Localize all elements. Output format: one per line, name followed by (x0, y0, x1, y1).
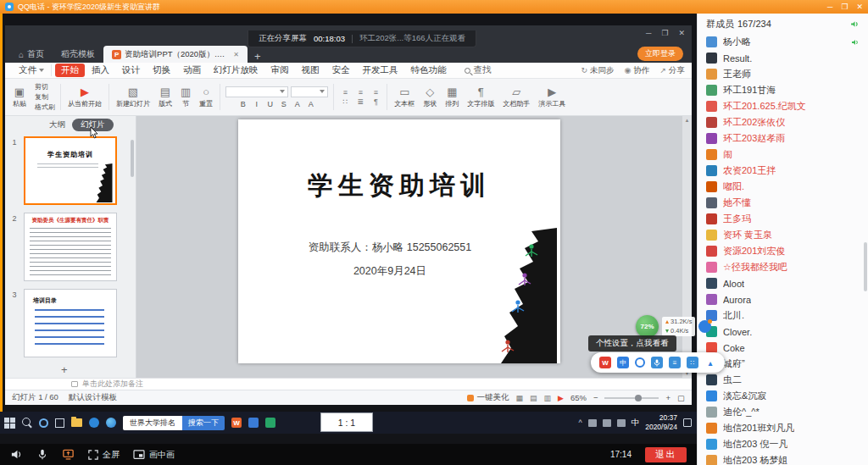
ribbon-button[interactable]: ◇ 形状 (419, 80, 441, 113)
menu-tab[interactable]: 开发工具 (357, 64, 404, 77)
menu-tab[interactable]: 插入 (86, 64, 115, 77)
translate-icon[interactable]: 中 (617, 357, 629, 368)
menu-tab[interactable]: 开始 (55, 64, 85, 77)
format-button[interactable]: A (306, 100, 316, 108)
paragraph-button[interactable]: ≣ (354, 97, 366, 106)
member-row[interactable]: 虫二 (698, 372, 868, 388)
member-row[interactable]: 嘟阳. (698, 179, 868, 195)
sorter-view-icon[interactable]: ▤ (530, 394, 537, 402)
ribbon-button[interactable]: ▶ 演示工具 (534, 80, 570, 113)
member-row[interactable]: Aurora (698, 291, 868, 307)
slide-thumbnail-2[interactable]: 资助委员《生源要有责任》职责 (24, 213, 117, 281)
paste-button[interactable]: ▣ 粘贴 (8, 80, 31, 113)
wps-taskbar-icon[interactable]: W (231, 418, 242, 428)
browser-icon[interactable] (106, 418, 116, 428)
wps-close-icon[interactable]: ✕ (678, 29, 685, 37)
fullscreen-button[interactable]: 全屏 (88, 449, 120, 461)
font-size-select[interactable] (291, 86, 328, 97)
menu-tab[interactable]: 动画 (177, 64, 207, 77)
ime-indicator[interactable]: 中 (632, 418, 640, 429)
notification-center-icon[interactable] (683, 418, 692, 427)
play-from-current-button[interactable]: ▶ 从当前开始 (64, 80, 106, 113)
performance-ball[interactable]: 72% (636, 315, 659, 338)
menu-right-item[interactable]: ↻ 未同步 (581, 65, 615, 76)
canvas-scrollbar[interactable]: ▴ ▾ (682, 116, 692, 378)
menu-right-item[interactable]: ◉ 协作 (625, 65, 650, 76)
slide-thumbnail-1[interactable]: 学生资助培训 (24, 136, 117, 205)
format-button[interactable]: B (238, 100, 248, 108)
new-tab-button[interactable]: + (248, 50, 268, 63)
collapse-icon[interactable]: ▴ (704, 357, 716, 368)
menu-tab[interactable]: 安全 (326, 64, 356, 77)
zoom-in-icon[interactable]: + (665, 393, 670, 402)
clipboard-small-button[interactable]: 格式刷 (32, 102, 58, 112)
clock[interactable]: 20:37 2020/9/24 (645, 413, 677, 431)
tab-document[interactable]: P 资助培训PPT（2020版）.pptx ✕ (103, 46, 248, 63)
taskbar-search-input[interactable]: 世界大学排名 (123, 416, 182, 430)
member-row[interactable]: 王老师 (698, 66, 868, 82)
display-tray-icon[interactable] (588, 419, 597, 427)
assistant-icon[interactable] (698, 320, 711, 333)
taskbar-search-icon[interactable] (22, 418, 32, 428)
slide-thumbnail-3[interactable]: 培训目录 (24, 289, 117, 357)
menu-tab[interactable]: 审阅 (265, 64, 295, 77)
ribbon-button[interactable]: ▦ 排列 (441, 80, 463, 113)
tab-home[interactable]: ⌂ 首页 (10, 46, 53, 63)
wps-logo-icon[interactable]: W (599, 357, 611, 368)
speaker-button[interactable] (10, 448, 23, 461)
clipboard-small-button[interactable]: 剪切 (32, 82, 58, 91)
reading-view-icon[interactable]: ▥ (543, 394, 551, 402)
slideshow-icon[interactable]: ▶ (558, 394, 564, 402)
notes-bar[interactable]: 单击此处添加备注 (5, 378, 692, 390)
wps-restore-icon[interactable]: ❐ (661, 29, 668, 37)
paragraph-button[interactable]: ∷ (339, 97, 351, 106)
font-name-select[interactable] (225, 86, 288, 97)
cortana-icon[interactable] (39, 418, 48, 428)
ribbon-button[interactable]: ¶ 文字排版 (463, 80, 498, 113)
minimize-button[interactable]: ─ (827, 3, 832, 11)
format-button[interactable]: U (265, 100, 275, 108)
tab-outline[interactable]: 大纲 (49, 119, 65, 130)
member-row[interactable]: 地信203 杨梦姐 (698, 452, 868, 465)
member-row[interactable]: Clover. (698, 324, 868, 340)
format-button[interactable]: I (252, 100, 262, 108)
member-row[interactable]: Result. (698, 50, 868, 66)
mic-button[interactable] (36, 448, 48, 461)
menu-tab[interactable]: 设计 (116, 64, 146, 77)
member-row[interactable]: 北川. (698, 307, 868, 324)
member-row[interactable]: 杨小略 (698, 34, 868, 50)
menu-file[interactable]: 文件 (12, 64, 52, 76)
member-row[interactable]: ☆径我都经我吧 (698, 259, 868, 275)
app-icon[interactable] (265, 418, 275, 428)
zoom-slider-knob[interactable] (635, 395, 642, 401)
wps-minimize-icon[interactable]: ─ (646, 29, 651, 37)
file-explorer-icon[interactable] (71, 418, 82, 427)
member-scrollbar[interactable] (864, 242, 867, 291)
member-row[interactable]: Coke (698, 340, 868, 356)
toolbox-icon[interactable]: ∷ (687, 357, 698, 368)
member-row[interactable]: 淡忘&沉寂 (698, 388, 868, 404)
member-row[interactable]: 地信203 倪一凡 (698, 436, 868, 452)
qq-icon[interactable] (89, 418, 99, 428)
member-row[interactable]: 闹 (698, 147, 868, 163)
menu-right-item[interactable]: ↗ 分享 (659, 65, 685, 76)
stop-share-button[interactable] (62, 448, 75, 461)
beautify-button[interactable]: 一键美化 (467, 392, 509, 403)
member-row[interactable]: 地信201班刘凡凡 (698, 420, 868, 436)
member-row[interactable]: 环工202张依仪 (698, 114, 868, 130)
member-row[interactable]: Aloot (698, 275, 868, 291)
mic-tool-icon[interactable] (651, 357, 663, 368)
ribbon-button[interactable]: ▤ 版式 (154, 80, 176, 113)
thumbnail-scrollbar[interactable] (131, 140, 134, 177)
menu-tab[interactable]: 幻灯片放映 (208, 64, 264, 77)
add-slide-button[interactable]: + (61, 363, 68, 376)
fit-screen-icon[interactable]: ▢ (677, 393, 685, 402)
taskbar-search-widget[interactable]: 世界大学排名 搜索一下 (123, 416, 225, 430)
login-button[interactable]: 立即登录 (637, 47, 683, 61)
paragraph-button[interactable]: ≡ (339, 88, 351, 97)
netdisk-icon[interactable] (248, 418, 259, 428)
paragraph-button[interactable]: ≡ (370, 88, 381, 97)
ribbon-button[interactable]: ○ 重置 (195, 80, 217, 113)
current-slide[interactable]: 学生资助培训 资助联系人：杨小略 15255062551 2020年9月24日 (238, 119, 560, 363)
volume-tray-icon[interactable] (603, 419, 611, 427)
